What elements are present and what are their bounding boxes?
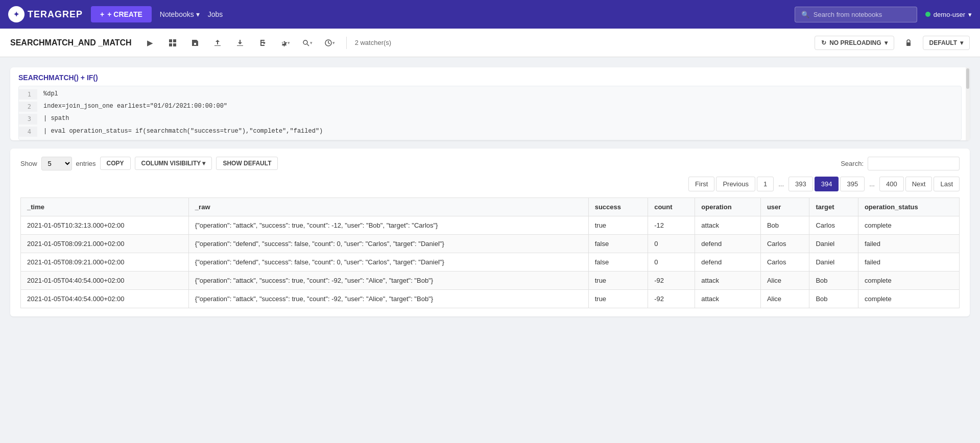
- user-badge[interactable]: demo-user ▾: [925, 11, 972, 18]
- col-raw: _raw: [188, 198, 588, 216]
- svg-rect-0: [169, 39, 172, 42]
- code-text: index=join_json_one earliest="01/01/2021…: [37, 102, 227, 111]
- export-button[interactable]: [254, 35, 271, 51]
- plus-icon: +: [100, 10, 104, 18]
- code-text: | eval operation_status= if(searchmatch(…: [37, 127, 323, 136]
- table-cell-success: false: [588, 234, 648, 253]
- table-cell-operation: attack: [695, 271, 761, 289]
- table-row: 2021-01-05T10:32:13.000+02:00{"operation…: [21, 216, 960, 234]
- clock-button[interactable]: ▾: [322, 35, 338, 51]
- nav-jobs[interactable]: Jobs: [208, 10, 223, 18]
- scroll-track[interactable]: [966, 67, 970, 140]
- next-page-button[interactable]: Next: [905, 177, 933, 191]
- settings-button[interactable]: ▾: [277, 35, 293, 51]
- scroll-thumb: [966, 68, 969, 89]
- line-number: 2: [19, 102, 37, 112]
- col-user: user: [760, 198, 809, 216]
- table-search-input[interactable]: [868, 157, 960, 170]
- table-cell-target: Bob: [809, 271, 858, 289]
- table-cell-count: 0: [648, 234, 695, 253]
- table-cell-success: true: [588, 271, 648, 289]
- table-cell-operation: defend: [695, 253, 761, 271]
- line-number: 4: [19, 127, 37, 137]
- first-page-button[interactable]: First: [688, 177, 714, 191]
- search-label: Search:: [841, 160, 864, 167]
- create-button[interactable]: + + CREATE: [91, 6, 152, 22]
- code-line-1: 1 %dpl: [19, 86, 961, 101]
- zoom-button[interactable]: ▾: [299, 35, 316, 51]
- col-operation-status: operation_status: [858, 198, 959, 216]
- table-row: 2021-01-05T08:09:21.000+02:00{"operation…: [21, 234, 960, 253]
- upload-button[interactable]: [209, 35, 226, 51]
- line-number: 3: [19, 114, 37, 124]
- table-cell-_time: 2021-01-05T08:09:21.000+02:00: [21, 234, 189, 253]
- code-line-4: 4 | eval operation_status= if(searchmatc…: [19, 126, 961, 140]
- table-cell-user: Carlos: [760, 253, 809, 271]
- ellipsis-left: ...: [775, 177, 787, 191]
- code-text: | spath: [37, 114, 69, 124]
- code-line-2: 2 index=join_json_one earliest="01/01/20…: [19, 101, 961, 113]
- lock-button[interactable]: [900, 35, 917, 51]
- table-cell-count: 0: [648, 253, 695, 271]
- logo: ✦ TERAGREP: [8, 6, 83, 22]
- chevron-down-icon: ▾: [196, 10, 200, 18]
- save-button[interactable]: [187, 35, 203, 51]
- table-cell-_time: 2021-01-05T10:32:13.000+02:00: [21, 216, 189, 234]
- col-target: target: [809, 198, 858, 216]
- show-default-button[interactable]: SHOW DEFAULT: [216, 157, 278, 170]
- table-cell-user: Bob: [760, 216, 809, 234]
- table-cell-count: -12: [648, 216, 695, 234]
- show-label: Show: [20, 160, 37, 167]
- last-page-button[interactable]: Last: [934, 177, 960, 191]
- column-visibility-button[interactable]: COLUMN VISIBILITY ▾: [135, 157, 212, 170]
- table-cell-user: Alice: [760, 271, 809, 289]
- code-block: 1 %dpl 2 index=join_json_one earliest="0…: [18, 86, 962, 140]
- download-button[interactable]: [232, 35, 248, 51]
- table-cell-operation_status: complete: [858, 271, 959, 289]
- user-label: demo-user: [934, 11, 965, 18]
- table-row: 2021-01-05T04:40:54.000+02:00{"operation…: [21, 271, 960, 289]
- table-cell-count: -92: [648, 289, 695, 308]
- grid-icon-button[interactable]: [164, 35, 181, 51]
- table-cell-_raw: {"operation": "defend", "success": false…: [188, 253, 588, 271]
- page-400-button[interactable]: 400: [879, 177, 904, 191]
- table-cell-_time: 2021-01-05T08:09:21.000+02:00: [21, 253, 189, 271]
- svg-rect-3: [173, 43, 176, 46]
- page-394-button[interactable]: 394: [815, 177, 839, 191]
- page-395-button[interactable]: 395: [840, 177, 865, 191]
- table-cell-target: Daniel: [809, 234, 858, 253]
- table-section: Show 5102550100 entries COPY COLUMN VISI…: [10, 149, 970, 316]
- preload-chevron-icon: ▾: [885, 39, 888, 46]
- search-placeholder: Search from notebooks: [814, 11, 882, 18]
- svg-point-4: [303, 40, 307, 44]
- previous-page-button[interactable]: Previous: [716, 177, 755, 191]
- create-label: + CREATE: [107, 10, 142, 18]
- table-cell-_time: 2021-01-05T04:40:54.000+02:00: [21, 289, 189, 308]
- search-box[interactable]: 🔍 Search from notebooks: [795, 7, 917, 22]
- page-1-button[interactable]: 1: [757, 177, 774, 191]
- run-button[interactable]: ▶: [142, 35, 158, 51]
- table-cell-count: -92: [648, 271, 695, 289]
- entries-select[interactable]: 5102550100: [41, 157, 72, 170]
- refresh-icon: ↻: [821, 39, 826, 46]
- copy-button[interactable]: COPY: [100, 157, 131, 170]
- table-cell-user: Carlos: [760, 234, 809, 253]
- preload-button[interactable]: ↻ NO PRELOADING ▾: [815, 36, 894, 50]
- table-cell-target: Bob: [809, 289, 858, 308]
- logo-text: TERAGREP: [28, 9, 83, 20]
- table-controls: Show 5102550100 entries COPY COLUMN VISI…: [20, 157, 960, 170]
- preload-label: NO PRELOADING: [829, 39, 881, 46]
- table-cell-success: false: [588, 253, 648, 271]
- table-cell-operation_status: complete: [858, 289, 959, 308]
- col-count: count: [648, 198, 695, 216]
- page-393-button[interactable]: 393: [788, 177, 813, 191]
- table-cell-_raw: {"operation": "attack", "success": true,…: [188, 216, 588, 234]
- default-button[interactable]: DEFAULT ▾: [923, 36, 970, 50]
- default-label: DEFAULT: [929, 39, 957, 46]
- table-cell-_raw: {"operation": "attack", "success": true,…: [188, 271, 588, 289]
- search-icon: 🔍: [801, 11, 809, 18]
- entries-label: entries: [76, 160, 96, 167]
- table-row: 2021-01-05T08:09:21.000+02:00{"operation…: [21, 253, 960, 271]
- column-visibility-chevron-icon: ▾: [202, 160, 205, 167]
- nav-notebooks[interactable]: Notebooks ▾: [160, 10, 200, 18]
